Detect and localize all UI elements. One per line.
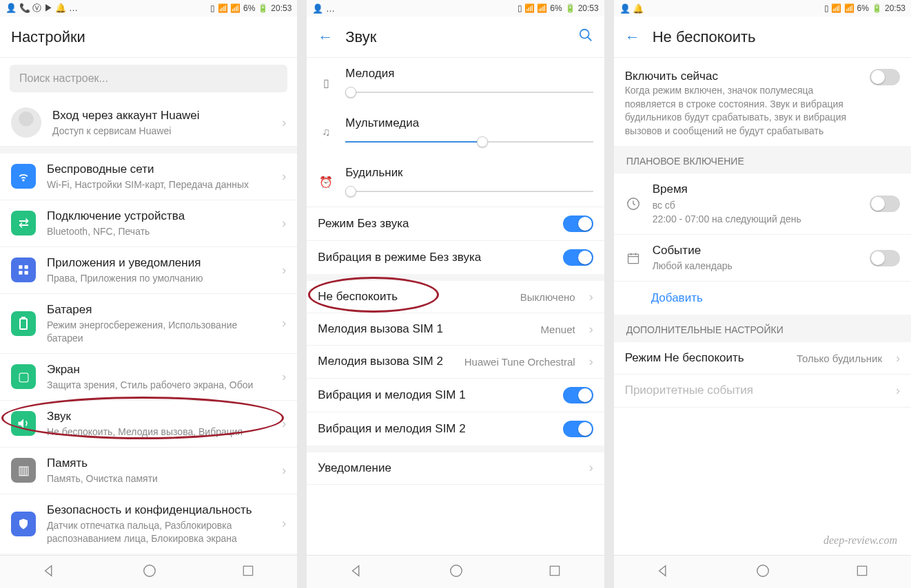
svg-rect-15 (857, 566, 866, 575)
chevron-right-icon: › (282, 417, 286, 431)
row-priority[interactable]: Приоритетные события › (614, 375, 911, 407)
chevron-right-icon: › (282, 116, 286, 130)
storage-icon: ▥ (11, 458, 36, 483)
svg-rect-3 (19, 271, 22, 275)
navbar (0, 555, 297, 588)
toggle-enable-now[interactable] (870, 69, 900, 85)
row-vibtone-sim1[interactable]: Вибрация и мелодия SIM 1 (307, 379, 604, 412)
chevron-right-icon: › (896, 384, 900, 398)
nav-recent-icon[interactable] (855, 564, 869, 580)
svg-rect-4 (25, 271, 28, 275)
statusbar: 👤 📞 ⓥ ▶ 🔔 … ▯ 📶 📶 6% 🔋 20:53 (0, 0, 297, 17)
clock-icon (625, 196, 642, 211)
row-account[interactable]: Вход через аккаунт HuaweiДоступ к сервис… (0, 99, 297, 147)
chevron-right-icon: › (282, 169, 286, 184)
svg-rect-8 (243, 566, 252, 575)
row-sim2-tone[interactable]: Мелодия вызова SIM 2 Huawei Tune Orchest… (307, 346, 604, 378)
chevron-right-icon: › (589, 461, 593, 475)
row-battery[interactable]: БатареяРежим энергосбережения, Использов… (0, 294, 297, 354)
toggle-time[interactable] (870, 196, 900, 212)
toggle-silent[interactable] (563, 216, 593, 232)
back-arrow-icon[interactable]: ← (625, 28, 640, 46)
wifi-icon (11, 164, 36, 189)
toggle-vs1[interactable] (563, 387, 593, 403)
back-arrow-icon[interactable]: ← (318, 28, 333, 46)
row-time[interactable]: Время вс сб 22:00 - 07:00 на следующий д… (614, 174, 911, 235)
row-wireless[interactable]: Беспроводные сетиWi-Fi, Настройки SIM-ка… (0, 154, 297, 200)
nav-back-icon[interactable] (42, 563, 57, 581)
avatar-icon (11, 107, 41, 138)
nav-back-icon[interactable] (656, 563, 671, 581)
vibrate-icon: ▯ (210, 3, 215, 13)
navbar (307, 555, 604, 588)
chevron-right-icon: › (282, 463, 286, 478)
toggle-vs2[interactable] (563, 421, 593, 437)
slider-alarm[interactable]: ⏰ Будильник (307, 157, 604, 207)
section-more: ДОПОЛНИТЕЛЬНЫЕ НАСТРОЙКИ (614, 315, 911, 342)
chevron-right-icon: › (589, 355, 593, 369)
row-vibrate-silent[interactable]: Вибрация в режиме Без звука (307, 241, 604, 274)
svg-point-14 (757, 565, 769, 576)
row-dnd-mode[interactable]: Режим Не беспокоить Только будильник › (614, 342, 911, 375)
header: Настройки (0, 17, 297, 58)
chevron-right-icon: › (282, 516, 286, 531)
chevron-right-icon: › (896, 351, 900, 366)
search-icon[interactable] (578, 28, 593, 47)
chevron-right-icon: › (282, 316, 286, 330)
nav-home-icon[interactable] (449, 563, 464, 581)
page-title: Звук (345, 28, 376, 46)
row-memory[interactable]: ▥ ПамятьПамять, Очистка памяти › (0, 448, 297, 494)
svg-rect-6 (22, 317, 25, 318)
row-event[interactable]: Событие Любой календарь (614, 235, 911, 282)
screen-sound: 👤 … ▯ 📶 📶 6% 🔋 20:53 ← Звук ▯ Мелодия ♫ … (307, 0, 604, 588)
sound-icon (11, 411, 36, 436)
row-enable-now[interactable]: Включить сейчас Когда режим включен, зна… (614, 58, 911, 146)
chevron-right-icon: › (282, 370, 286, 384)
toggle-event[interactable] (870, 250, 900, 266)
svg-rect-5 (20, 319, 27, 329)
nav-recent-icon[interactable] (548, 564, 562, 580)
display-icon: ▢ (11, 364, 36, 389)
svg-point-9 (580, 29, 588, 38)
row-sound[interactable]: ЗвукНе беспокоить, Мелодия вызова, Вибра… (0, 401, 297, 448)
slider-ringtone[interactable]: ▯ Мелодия (307, 58, 604, 107)
row-apps[interactable]: Приложения и уведомленияПрава, Приложени… (0, 247, 297, 294)
header: ← Не беспокоить (614, 17, 911, 58)
statusbar: 👤 🔔 ▯ 📶 📶 6% 🔋 20:53 (614, 0, 911, 17)
statusbar: 👤 … ▯ 📶 📶 6% 🔋 20:53 (307, 0, 604, 17)
battery-icon (11, 311, 36, 336)
watermark: deep-review.com (823, 534, 897, 547)
music-icon: ♫ (318, 126, 334, 138)
row-sim1-tone[interactable]: Мелодия вызова SIM 1 Menuet › (307, 313, 604, 346)
nav-home-icon[interactable] (755, 563, 770, 581)
nav-back-icon[interactable] (349, 563, 365, 581)
chevron-right-icon: › (282, 263, 286, 277)
page-title: Не беспокоить (653, 28, 756, 46)
calendar-icon (625, 251, 642, 265)
section-scheduled: ПЛАНОВОЕ ВКЛЮЧЕНИЕ (614, 146, 911, 174)
svg-point-7 (143, 565, 155, 576)
row-display[interactable]: ▢ ЭкранЗащита зрения, Стиль рабочего экр… (0, 354, 297, 401)
row-security[interactable]: Безопасность и конфиденциальностьДатчик … (0, 494, 297, 554)
header: ← Звук (307, 17, 604, 58)
vibrate-icon: ▯ (318, 76, 334, 90)
svg-point-10 (451, 565, 462, 576)
row-notification[interactable]: Уведомление › (307, 452, 604, 485)
svg-rect-13 (628, 254, 638, 263)
toggle-vibrate[interactable] (563, 249, 593, 266)
row-vibtone-sim2[interactable]: Вибрация и мелодия SIM 2 (307, 412, 604, 445)
chevron-right-icon: › (282, 216, 286, 231)
alarm-icon: ⏰ (318, 176, 334, 189)
add-button[interactable]: Добавить (614, 282, 911, 315)
devices-icon: ⇄ (11, 211, 36, 235)
search-input[interactable]: Поиск настроек... (10, 65, 287, 92)
nav-home-icon[interactable] (142, 563, 157, 581)
nav-recent-icon[interactable] (241, 564, 255, 580)
row-connection[interactable]: ⇄ Подключение устройстваBluetooth, NFC, … (0, 200, 297, 247)
svg-point-0 (23, 180, 24, 181)
page-title: Настройки (11, 28, 85, 46)
slider-media[interactable]: ♫ Мультимедиа (307, 107, 604, 157)
row-silent[interactable]: Режим Без звука (307, 207, 604, 241)
shield-icon (11, 512, 36, 536)
row-dnd[interactable]: Не беспокоить Выключено › (307, 281, 604, 313)
